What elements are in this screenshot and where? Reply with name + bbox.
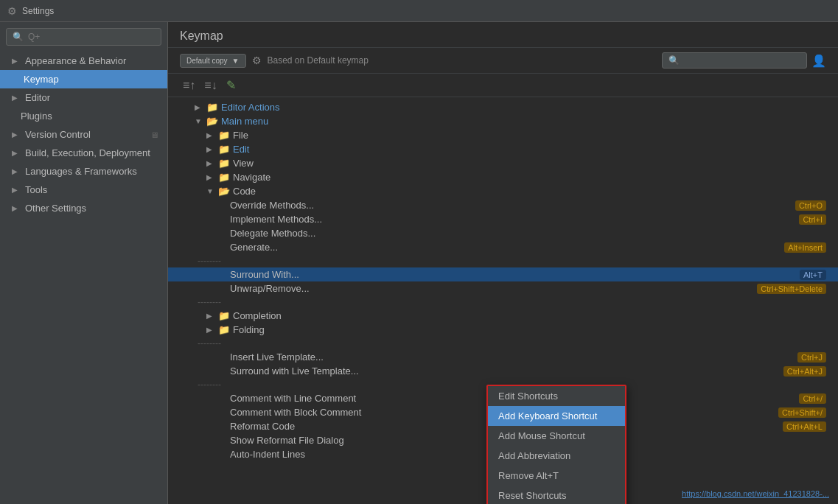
row-label: Surround With... [230, 269, 299, 280]
keymap-gear-button[interactable]: ⚙ [252, 55, 262, 66]
context-menu-item-add-mouse[interactable]: Add Mouse Shortcut [488, 426, 625, 446]
sidebar-item-label: Languages & Frameworks [25, 166, 137, 177]
row-label: Comment with Block Comment [230, 407, 361, 418]
folder-icon: 📁 [218, 130, 230, 141]
row-label: Delegate Methods... [230, 228, 315, 239]
tree-row-surround-live[interactable]: Surround with Live Template... Ctrl+Alt+… [168, 364, 838, 378]
chevron-icon: ▶ [206, 145, 215, 153]
chevron-icon: ▶ [195, 103, 203, 111]
chevron-icon: ▶ [206, 173, 215, 181]
folder-icon: 📁 [218, 324, 230, 335]
sidebar-item-languages[interactable]: ▶ Languages & Frameworks [0, 162, 167, 181]
sidebar-item-label: Version Control [25, 129, 91, 140]
chevron-icon: ▶ [12, 186, 21, 194]
collapse-all-button[interactable]: ≡↑ [180, 77, 198, 94]
search-icon: 🔍 [13, 32, 24, 42]
keymap-search-input[interactable] [682, 55, 800, 66]
sidebar-item-build[interactable]: ▶ Build, Execution, Deployment [0, 144, 167, 162]
sidebar-item-plugins[interactable]: Plugins [0, 107, 167, 125]
row-label: Folding [233, 324, 265, 335]
tree-row-navigate[interactable]: ▶ 📁 Navigate [168, 170, 838, 184]
chevron-icon: ▼ [195, 117, 203, 125]
title-bar-text: Settings [22, 6, 54, 16]
tree-row-completion[interactable]: ▶ 📁 Completion [168, 309, 838, 323]
sidebar-item-other[interactable]: ▶ Other Settings [0, 199, 167, 217]
tree-row-delegate-methods[interactable]: Delegate Methods... [168, 226, 838, 240]
search-right-container: 🔍 [662, 52, 807, 69]
chevron-icon: ▶ [206, 326, 215, 334]
sidebar-search-input[interactable] [28, 32, 155, 42]
sidebar-item-label: Tools [25, 184, 47, 195]
shortcut-badge: Ctrl+I [799, 214, 826, 225]
sidebar: 🔍 ▶ Appearance & Behavior Keymap ▶ Edito… [0, 22, 168, 504]
tree-row-code[interactable]: ▼ 📂 Code [168, 184, 838, 198]
sidebar-item-editor[interactable]: ▶ Editor [0, 88, 167, 107]
sidebar-search[interactable]: 🔍 [6, 28, 161, 46]
shortcut-badge: Alt+Insert [784, 242, 826, 253]
content-header: Keymap [168, 22, 838, 48]
tree-row-unwrap[interactable]: Unwrap/Remove... Ctrl+Shift+Delete [168, 281, 838, 295]
expand-all-button[interactable]: ≡↓ [201, 77, 220, 94]
sidebar-item-label: Appearance & Behavior [25, 55, 126, 66]
page-title: Keymap [180, 29, 223, 42]
tree-row-surround-with[interactable]: Surround With... Alt+T [168, 267, 838, 281]
tree-row-override-methods[interactable]: Override Methods... Ctrl+O [168, 198, 838, 212]
content-area: Keymap Default copy ▼ ⚙ Based on Default… [168, 22, 838, 504]
tree-row-editor-actions[interactable]: ▶ 📁 Editor Actions [168, 100, 838, 114]
context-menu-item-add-keyboard[interactable]: Add Keyboard Shortcut [488, 406, 625, 426]
sidebar-item-appearance[interactable]: ▶ Appearance & Behavior [0, 52, 167, 70]
folder-icon: 📂 [206, 116, 218, 127]
shortcut-badge: Ctrl+J [797, 352, 826, 363]
chevron-icon: ▶ [12, 130, 21, 139]
main-layout: 🔍 ▶ Appearance & Behavior Keymap ▶ Edito… [0, 22, 838, 504]
folder-icon: 📁 [218, 172, 230, 183]
edit-button[interactable]: ✎ [223, 77, 239, 94]
tree-row-main-menu[interactable]: ▼ 📂 Main menu [168, 114, 838, 128]
tree-content: ▶ 📁 Editor Actions ▼ 📂 Main menu ▶ 📁 Fil… [168, 97, 838, 504]
chevron-icon: ▶ [12, 167, 21, 175]
separator-row-2: -------- [168, 295, 838, 309]
tree-row-folding[interactable]: ▶ 📁 Folding [168, 323, 838, 337]
based-on-text: Based on Default keymap [268, 55, 369, 66]
context-menu: Edit Shortcuts Add Keyboard Shortcut Add… [486, 385, 626, 504]
keymap-dropdown[interactable]: Default copy ▼ [180, 54, 246, 68]
sidebar-item-keymap[interactable]: Keymap [0, 70, 167, 88]
tree-row-implement-methods[interactable]: Implement Methods... Ctrl+I [168, 212, 838, 226]
settings-icon: ⚙ [6, 5, 18, 17]
chevron-icon: ▶ [206, 159, 215, 167]
row-label: Code [233, 186, 256, 197]
search-right-icon: 🔍 [668, 55, 680, 66]
tree-row-generate[interactable]: Generate... Alt+Insert [168, 240, 838, 254]
folder-icon: 📂 [218, 186, 230, 197]
folder-icon: 📁 [218, 158, 230, 169]
row-label: Navigate [233, 172, 270, 183]
context-menu-item-add-abbreviation[interactable]: Add Abbreviation [488, 446, 625, 466]
context-menu-item-reset[interactable]: Reset Shortcuts [488, 486, 625, 504]
tree-row-insert-live[interactable]: Insert Live Template... Ctrl+J [168, 350, 838, 364]
context-menu-item-edit-shortcuts[interactable]: Edit Shortcuts [488, 386, 625, 406]
chevron-icon: ▶ [12, 94, 21, 102]
row-label: Comment with Line Comment [230, 393, 356, 404]
context-menu-item-remove-alt[interactable]: Remove Alt+T [488, 466, 625, 486]
keymap-toolbar: Default copy ▼ ⚙ Based on Default keymap… [168, 48, 838, 74]
tree-row-file[interactable]: ▶ 📁 File [168, 128, 838, 142]
shortcut-badge: Ctrl+Shift+/ [778, 407, 826, 418]
row-label: Auto-Indent Lines [230, 449, 305, 460]
tree-row-edit[interactable]: ▶ 📁 Edit [168, 142, 838, 156]
chevron-icon: ▼ [206, 187, 215, 195]
row-label: Override Methods... [230, 200, 314, 211]
chevron-icon: ▶ [12, 149, 21, 157]
tree-row-view[interactable]: ▶ 📁 View [168, 156, 838, 170]
sidebar-item-vcs[interactable]: ▶ Version Control 🖥 [0, 125, 167, 144]
shortcut-badge: Ctrl+Alt+J [783, 366, 826, 377]
shortcut-badge: Ctrl+O [795, 200, 826, 211]
row-label: Edit [233, 144, 249, 155]
chevron-icon: ▶ [12, 57, 21, 65]
user-icon: 👤 [811, 54, 826, 68]
sidebar-item-tools[interactable]: ▶ Tools [0, 181, 167, 199]
row-label: File [233, 130, 248, 141]
row-label: Unwrap/Remove... [230, 283, 310, 294]
tree-toolbar: ≡↑ ≡↓ ✎ [168, 74, 838, 97]
sidebar-items-list: ▶ Appearance & Behavior Keymap ▶ Editor … [0, 52, 167, 504]
row-label: Insert Live Template... [230, 351, 324, 363]
